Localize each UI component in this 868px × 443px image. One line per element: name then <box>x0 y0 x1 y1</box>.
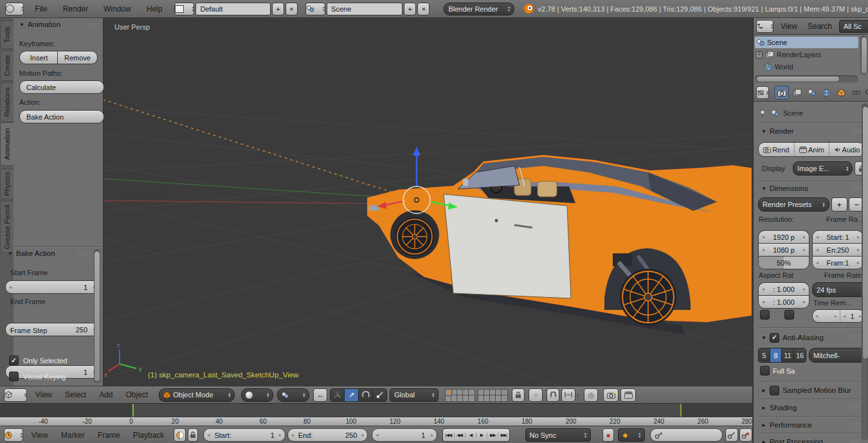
transform-orientation-dropdown[interactable]: Global ▴▾ <box>390 388 439 402</box>
antialiasing-checkbox[interactable]: ✓ <box>770 333 779 343</box>
outliner-item-world[interactable]: World <box>764 61 858 73</box>
lock-time-button[interactable] <box>188 428 199 442</box>
aa-samples-8-button[interactable]: 8 <box>770 348 782 362</box>
tool-shelf-scrollbar-track[interactable] <box>94 249 100 383</box>
properties-scrollbar-track[interactable] <box>862 104 868 440</box>
rotate-manipulator-button[interactable] <box>359 389 373 401</box>
viewport-menu-object[interactable]: Object <box>124 390 150 399</box>
opengl-render-anim-button[interactable] <box>620 388 636 402</box>
display-mode-dropdown[interactable]: Image E... ▴▾ <box>793 161 853 176</box>
tab-animation[interactable]: Animation <box>0 122 14 166</box>
tab-scene[interactable] <box>805 86 818 99</box>
pivot-point-dropdown[interactable]: ▴▾ <box>277 388 309 402</box>
insert-keyframe-button[interactable]: Insert <box>19 51 58 64</box>
frame-end-field[interactable]: ◂End:250▸ <box>287 428 368 442</box>
panel-header-post-processing[interactable]: ► Post Processing <box>761 435 823 443</box>
layers-group-1[interactable] <box>445 389 474 401</box>
opengl-render-still-button[interactable] <box>603 388 619 402</box>
layer-cell[interactable] <box>468 395 475 402</box>
current-frame-field[interactable]: ◂1▸ <box>372 428 437 442</box>
panel-header-performance[interactable]: ► Performance <box>761 419 812 431</box>
panel-grip-icon[interactable]: ∷∷ <box>851 404 860 410</box>
frame-rate-dropdown[interactable]: 24 fps ▴▾ <box>812 282 868 297</box>
panel-grip-icon[interactable]: ∷∷ <box>854 185 862 192</box>
render-presets-dropdown[interactable]: Render Presets ▴▾ <box>758 197 829 212</box>
panel-grip-icon[interactable]: ∷∷ <box>851 334 860 340</box>
outliner-hscrollbar-thumb[interactable] <box>756 76 840 82</box>
layer-cell[interactable] <box>501 395 508 402</box>
viewport-menu-select[interactable]: Select <box>63 390 88 399</box>
aa-samples-5-button[interactable]: 5 <box>759 348 770 362</box>
expand-icon[interactable]: + <box>755 51 763 59</box>
frame-range-end-field[interactable]: ◂En:250▸ <box>812 243 863 256</box>
remove-keyframe-button[interactable]: Remove <box>57 51 98 64</box>
full-sample-checkbox[interactable] <box>760 366 770 375</box>
resolution-y-field[interactable]: ◂1080 p▸ <box>758 243 809 256</box>
tab-create[interactable]: Create <box>0 50 14 81</box>
panel-grip-icon[interactable]: ∷∷ <box>851 438 860 443</box>
scene-name-field[interactable]: Scene <box>327 3 402 15</box>
manipulator-axes-icon[interactable] <box>330 389 345 401</box>
properties-scrollbar-thumb[interactable] <box>862 106 868 359</box>
screen-layout-name-field[interactable]: Default <box>195 3 270 15</box>
viewport-menu-view[interactable]: View <box>33 390 54 399</box>
layers-group-2[interactable] <box>478 389 507 401</box>
tab-render-layers[interactable] <box>790 86 804 99</box>
panel-header-shading[interactable]: ► Shading <box>761 401 797 414</box>
menu-render[interactable]: Render <box>61 5 90 14</box>
bake-action-button[interactable]: Bake Action <box>19 110 104 123</box>
panel-grip-icon[interactable]: ∷∷ <box>89 22 97 28</box>
editor-type-info-button[interactable]: ▴▾ <box>5 3 24 15</box>
timeline-playhead[interactable] <box>132 404 134 417</box>
delete-keyframes-button[interactable] <box>739 428 752 442</box>
snap-element-button[interactable] <box>561 388 575 402</box>
panel-header-antialiasing[interactable]: ▼ ✓ Anti-Aliasing <box>761 331 824 344</box>
frame-start-field[interactable]: ◂Start:1▸ <box>203 428 285 442</box>
menu-file[interactable]: File <box>33 5 49 14</box>
tab-grease-pencil[interactable]: Grease Pencil <box>0 201 14 253</box>
jump-to-end-button[interactable]: ▶▶| <box>498 433 509 438</box>
aa-filter-dropdown[interactable]: Mitchell- ▴▾ <box>809 348 868 363</box>
snap-toggle-button[interactable] <box>547 388 559 402</box>
active-keying-set-field[interactable] <box>650 428 723 442</box>
add-scene-button[interactable]: + <box>404 3 416 15</box>
tab-tools[interactable]: Tools <box>0 21 14 49</box>
play-button[interactable]: ▶ <box>476 433 487 438</box>
panel-header-sampled-motion-blur[interactable]: ► Sampled Motion Blur <box>761 384 858 397</box>
editor-type-3dview-button[interactable]: ▴▾ <box>4 388 27 402</box>
panel-grip-icon[interactable]: ∷∷ <box>854 128 862 134</box>
panel-grip-icon[interactable]: ∷∷ <box>851 421 860 428</box>
time-remap-new-field[interactable]: ◂ 1 ▸ <box>840 310 864 322</box>
aspect-x-field[interactable]: ◂: 1.000▸ <box>758 282 809 295</box>
resolution-x-field[interactable]: ◂1920 p▸ <box>758 230 809 243</box>
layer-cell-active[interactable] <box>445 389 452 396</box>
snap-target-button[interactable]: ◎ <box>584 388 598 402</box>
keying-set-dropdown[interactable]: ◆ ▴▾ <box>618 428 645 442</box>
add-preset-button[interactable]: + <box>831 197 847 212</box>
aa-samples-11-button[interactable]: 11 <box>782 348 794 362</box>
lock-to-scene-button[interactable] <box>512 388 525 402</box>
frame-step-field-props[interactable]: ◂Fram:1▸ <box>812 256 863 269</box>
outliner-menu-view[interactable]: View <box>779 22 799 31</box>
insert-keyframes-button[interactable] <box>725 428 738 442</box>
outliner-vscrollbar-track[interactable] <box>860 36 867 75</box>
use-preview-range-button[interactable] <box>174 428 185 442</box>
next-keyframe-button[interactable]: ▶▶ <box>487 433 498 438</box>
border-checkbox[interactable] <box>760 310 770 320</box>
panel-header-render[interactable]: ▼ Render ∷∷ <box>754 124 868 138</box>
crop-checkbox[interactable] <box>784 310 794 320</box>
panel-grip-icon[interactable]: ∷∷ <box>78 251 87 257</box>
render-animation-button[interactable]: Anim <box>795 143 830 156</box>
sampled-motion-blur-checkbox[interactable] <box>770 386 779 395</box>
scale-manipulator-button[interactable] <box>373 389 386 401</box>
panel-header-dimensions[interactable]: ▼ Dimensions ∷∷ <box>754 181 868 195</box>
scene-selector-button[interactable]: ▴▾ <box>305 3 325 15</box>
viewport-3d[interactable]: z y x User Persp (1) skp_camera_Last_Sav… <box>103 18 752 386</box>
render-still-button[interactable]: Rend <box>759 143 795 156</box>
car-model[interactable] <box>368 156 751 334</box>
outliner-item-renderlayers[interactable]: + RenderLayers <box>755 49 858 60</box>
add-layout-button[interactable]: + <box>272 3 284 15</box>
viewport-menu-add[interactable]: Add <box>97 390 114 399</box>
tab-render[interactable] <box>774 86 789 100</box>
resolution-percentage-slider[interactable]: 50% <box>758 256 809 269</box>
